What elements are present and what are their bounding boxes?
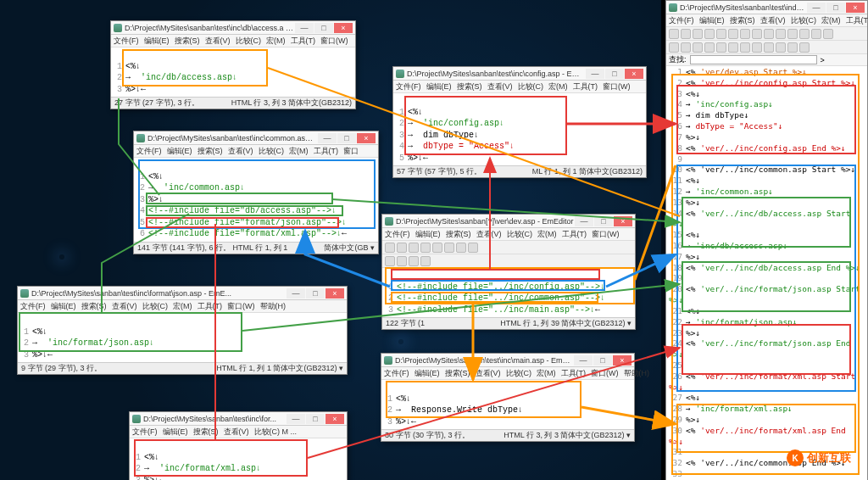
- minimize-button[interactable]: —: [807, 3, 826, 13]
- menubar[interactable]: 文件(F) 编辑(E) 搜索(S) 查看(V) 比较(C) 宏(M) 工具(T)…: [18, 300, 347, 313]
- editor-common: D:\Project\MySites\sanban\test\inc\commo…: [133, 131, 379, 254]
- tool-copy-icon[interactable]: [432, 243, 442, 253]
- menu-edit[interactable]: 编辑(E): [144, 36, 170, 47]
- tool-macro-icon[interactable]: [823, 29, 833, 39]
- menubar[interactable]: 文件(F) 编辑(E) 搜索(S) 查看(V) 比较(C) 宏(M) 工具(T): [666, 14, 867, 27]
- tool-copy-icon[interactable]: [728, 29, 738, 39]
- minimize-button[interactable]: —: [575, 216, 593, 226]
- code-area[interactable]: 1<%↓ 2→ 'inc/format/json.asp↓ 3%>↓←: [18, 313, 347, 362]
- menubar[interactable]: 文件(F) 编辑(E) 搜索(S) 查看(V) 比较(C) 宏(M) 工具(T)…: [393, 81, 646, 93]
- menu-macros[interactable]: 宏(M): [266, 36, 286, 47]
- maximize-button[interactable]: □: [306, 414, 325, 424]
- close-button[interactable]: ×: [334, 23, 353, 33]
- toolbar-2[interactable]: [382, 254, 635, 268]
- toolbar-2[interactable]: [666, 41, 867, 54]
- tool-marker-icon[interactable]: [799, 29, 810, 39]
- tool-new-icon[interactable]: [669, 29, 679, 39]
- findbar[interactable]: 查找: >: [666, 54, 867, 66]
- code-area[interactable]: 1<%↓ 2→ 'inc/db/access.asp↓ 3%>↓←: [111, 47, 355, 97]
- tool-find-icon[interactable]: [776, 29, 786, 39]
- menubar[interactable]: 文件(F) 编辑(E) 搜索(S) 查看(V) 比较(C) M ...: [130, 426, 347, 438]
- watermark: K 创新互联: [787, 449, 851, 466]
- tool-undo-icon[interactable]: [456, 243, 466, 253]
- tool-save-icon[interactable]: [693, 29, 703, 39]
- menu-window[interactable]: 窗口(W): [320, 36, 348, 47]
- close-button[interactable]: ×: [613, 355, 632, 366]
- tool-open-icon[interactable]: [681, 29, 691, 39]
- menu-file[interactable]: 文件(F): [114, 36, 139, 47]
- tool-cut-icon[interactable]: [716, 29, 726, 39]
- code-area[interactable]: 1<% 'ver/dev.asp Start %>↓2<% 'ver/../in…: [666, 66, 867, 480]
- minimize-button[interactable]: —: [287, 414, 305, 424]
- titlebar[interactable]: D:\Project\MySites\sanban[?]\ver\dev.asp…: [382, 215, 635, 228]
- editor-dev: D:\Project\MySites\sanban[?]\ver\dev.asp…: [381, 214, 636, 330]
- close-button[interactable]: ×: [625, 69, 643, 79]
- window-title: D:\Project\MySites\sanban\test\inc\db\ac…: [125, 24, 294, 32]
- maximize-button[interactable]: □: [593, 355, 612, 366]
- editor-config: D:\Project\MySites\sanban\test\inc\confi…: [392, 66, 647, 178]
- toolbar[interactable]: [382, 241, 635, 254]
- find-input[interactable]: [690, 55, 817, 64]
- titlebar[interactable]: D:\Project\MySites\sanban\test\inc\main.…: [381, 354, 634, 367]
- tool-paste-icon[interactable]: [444, 243, 454, 253]
- minimize-button[interactable]: —: [586, 69, 604, 79]
- menubar[interactable]: 文件(F) 编辑(E) 搜索(S) 查看(V) 比较(C) 宏(M) 工具(T)…: [134, 145, 378, 158]
- titlebar[interactable]: D:\Project\MySites\sanban\test\inc\confi…: [393, 67, 646, 81]
- close-button[interactable]: ×: [326, 414, 344, 424]
- tool-cut-icon[interactable]: [420, 243, 431, 253]
- maximize-button[interactable]: □: [594, 216, 613, 226]
- close-button[interactable]: ×: [357, 133, 376, 143]
- maximize-button[interactable]: □: [605, 69, 624, 79]
- app-icon: [132, 415, 141, 423]
- statusbar: 30 字节 (30 字节), 3 行。HTML 行 3, 列 3 简体中文(GB…: [381, 429, 634, 441]
- app-icon: [20, 289, 29, 298]
- code-area[interactable]: 1<%↓ 2→ 'inc/config.asp↓ 3→ dim dbType↓ …: [393, 93, 646, 165]
- tool-save-icon[interactable]: [409, 243, 419, 253]
- editor-xml: D:\Project\MySites\sanban\test\inc\for..…: [129, 411, 348, 480]
- find-label: 查找:: [669, 54, 687, 65]
- tool-tools-icon[interactable]: [811, 29, 821, 39]
- titlebar[interactable]: D:\Project\MySites\sanban\test\inc\forma…: [18, 287, 347, 300]
- tool-redo-icon[interactable]: [468, 243, 478, 253]
- minimize-button[interactable]: —: [574, 355, 593, 366]
- menubar[interactable]: 文件(F) 编辑(E) 搜索(S) 查看(V) 比较(C) 宏(M) 工具(T)…: [382, 228, 635, 241]
- statusbar: 57 字节 (57 字节), 5 行。ML 行 1, 列 1 简体中文(GB23…: [393, 165, 646, 177]
- tool-paste-icon[interactable]: [740, 29, 750, 39]
- minimize-button[interactable]: —: [318, 133, 337, 143]
- code-area[interactable]: 1<%↓ 2→ 'inc/common.asp↓ 3%>↓ 4<!--#incl…: [134, 158, 378, 242]
- minimize-button[interactable]: —: [287, 288, 305, 299]
- toolbar[interactable]: [666, 27, 867, 41]
- tool-redo-icon[interactable]: [764, 29, 774, 39]
- code-area[interactable]: 1<!--#include file="../inc/config.asp"--…: [382, 268, 635, 317]
- tool-print-icon[interactable]: [704, 29, 715, 39]
- tool-undo-icon[interactable]: [752, 29, 762, 39]
- close-button[interactable]: ×: [614, 216, 632, 226]
- titlebar[interactable]: D:\Project\MySites\sanban\test\inc\db\ac…: [111, 21, 355, 35]
- titlebar[interactable]: D:\Project\MySites\sanban\test\inc\commo…: [134, 131, 378, 145]
- maximize-button[interactable]: □: [306, 288, 325, 299]
- menu-tools[interactable]: 工具(T): [291, 36, 316, 47]
- titlebar[interactable]: D:\Project\MySites\sanban\test\index.asp…: [666, 1, 867, 14]
- menubar[interactable]: 文件(F) 编辑(E) 搜索(S) 查看(V) 比较(C) 宏(M) 工具(T)…: [381, 367, 634, 380]
- menu-compare[interactable]: 比较(C): [236, 36, 262, 47]
- find-next-button[interactable]: >: [821, 56, 825, 64]
- menu-search[interactable]: 搜索(S): [175, 36, 200, 47]
- code-area[interactable]: 1<%↓ 2→ Response.Write dbType↓ 3%>↓←: [381, 380, 634, 429]
- menubar[interactable]: 文件(F) 编辑(E) 搜索(S) 查看(V) 比较(C) 宏(M) 工具(T)…: [111, 35, 355, 47]
- maximize-button[interactable]: □: [337, 133, 356, 143]
- titlebar[interactable]: D:\Project\MySites\sanban\test\inc\for..…: [130, 412, 347, 426]
- tool-new-icon[interactable]: [385, 243, 395, 253]
- maximize-button[interactable]: □: [314, 23, 333, 33]
- window-title: D:\Project\MySites\sanban\test\inc\forma…: [31, 289, 286, 298]
- close-button[interactable]: ×: [846, 3, 865, 13]
- tool-open-icon[interactable]: [397, 243, 407, 253]
- menu-view[interactable]: 查看(V): [205, 36, 231, 47]
- watermark-logo-icon: K: [787, 449, 804, 466]
- editor-index: D:\Project\MySites\sanban\test\index.asp…: [665, 0, 868, 480]
- minimize-button[interactable]: —: [295, 23, 314, 33]
- code-area[interactable]: 1<%↓ 2→ 'inc/format/xml.asp↓ 3%>↓←: [130, 438, 347, 480]
- app-icon: [669, 3, 677, 12]
- close-button[interactable]: ×: [326, 288, 344, 299]
- tool-wrap-icon[interactable]: [787, 29, 798, 39]
- maximize-button[interactable]: □: [826, 3, 845, 13]
